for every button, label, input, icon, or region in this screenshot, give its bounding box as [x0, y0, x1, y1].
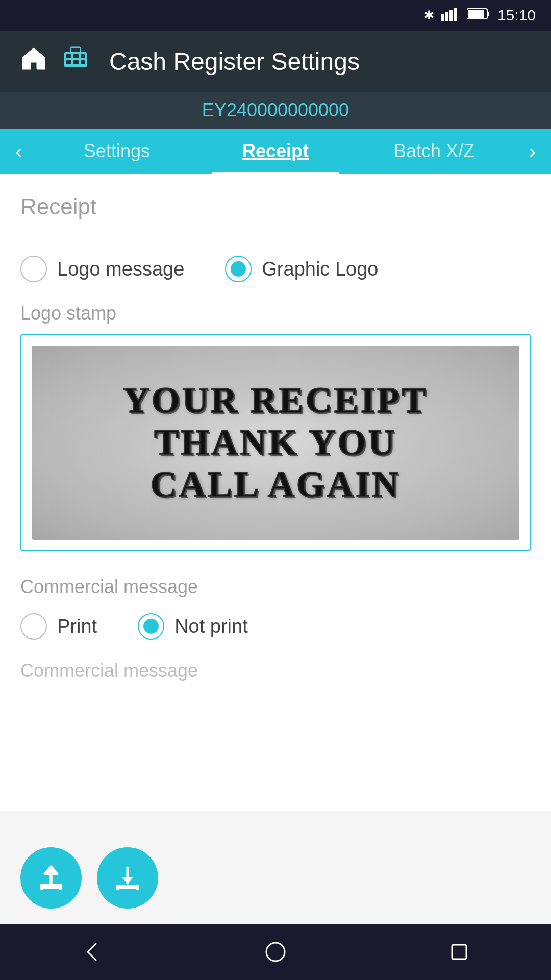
- battery-icon: [467, 8, 490, 23]
- stamp-image: YOUR RECEIPT THANK YOU CALL AGAIN: [32, 346, 519, 540]
- print-option[interactable]: Print: [20, 613, 97, 640]
- home-nav-button[interactable]: [255, 932, 296, 972]
- print-radio[interactable]: [20, 613, 47, 640]
- svg-rect-6: [468, 10, 484, 18]
- header: Cash Register Settings: [0, 31, 551, 92]
- svg-rect-8: [66, 54, 71, 58]
- commercial-message-label: Commercial message: [20, 576, 531, 598]
- register-icon: [62, 45, 89, 78]
- logo-message-option[interactable]: Logo message: [20, 256, 184, 282]
- download-button[interactable]: [97, 847, 158, 909]
- svg-rect-0: [441, 14, 444, 21]
- stamp-line-2: THANK YOU: [154, 422, 396, 464]
- commercial-message-underline: [20, 688, 531, 688]
- svg-rect-13: [81, 60, 85, 64]
- header-title: Cash Register Settings: [109, 47, 360, 76]
- device-id: EY240000000000: [202, 100, 349, 121]
- recent-apps-button[interactable]: [439, 932, 480, 972]
- print-label: Print: [57, 616, 97, 638]
- svg-rect-5: [487, 12, 489, 16]
- download-icon: [112, 863, 143, 893]
- not-print-radio-inner: [143, 619, 159, 634]
- stamp-graphic: YOUR RECEIPT THANK YOU CALL AGAIN: [32, 346, 519, 540]
- svg-rect-10: [81, 54, 85, 58]
- graphic-logo-radio-inner: [231, 261, 246, 277]
- bottom-nav: [0, 924, 551, 980]
- graphic-logo-label: Graphic Logo: [262, 258, 378, 280]
- logo-stamp-label: Logo stamp: [20, 303, 531, 324]
- svg-rect-2: [449, 10, 453, 21]
- commercial-radio-group: Print Not print: [20, 613, 531, 640]
- section-title: Receipt: [20, 194, 531, 219]
- home-icon[interactable]: [20, 45, 47, 78]
- tab-next-arrow[interactable]: ›: [514, 140, 551, 163]
- svg-rect-11: [66, 60, 71, 64]
- back-button[interactable]: [71, 932, 112, 972]
- svg-rect-15: [71, 48, 80, 52]
- svg-rect-20: [116, 885, 119, 890]
- not-print-label: Not print: [174, 616, 248, 638]
- svg-rect-12: [73, 60, 79, 64]
- graphic-logo-radio[interactable]: [225, 256, 252, 282]
- upload-button[interactable]: [20, 847, 82, 909]
- commercial-message-placeholder: Commercial message: [20, 660, 531, 688]
- logo-message-label: Logo message: [57, 258, 184, 280]
- bluetooth-icon: ✱: [424, 8, 434, 22]
- signal-icon: [441, 7, 460, 24]
- tab-items: Settings Receipt Batch X/Z: [37, 129, 513, 174]
- tab-bar: ‹ Settings Receipt Batch X/Z ›: [0, 129, 551, 174]
- graphic-logo-option[interactable]: Graphic Logo: [225, 256, 378, 282]
- svg-rect-23: [452, 945, 466, 959]
- status-icons: ✱ 15:10: [424, 7, 536, 24]
- upload-icon: [36, 863, 66, 893]
- section-divider: [20, 230, 531, 230]
- svg-rect-1: [445, 12, 448, 21]
- svg-point-22: [266, 943, 285, 961]
- not-print-radio[interactable]: [138, 613, 164, 640]
- status-time: 15:10: [497, 7, 536, 24]
- commercial-message-input-area[interactable]: Commercial message: [20, 660, 531, 688]
- svg-rect-3: [454, 8, 457, 21]
- svg-rect-21: [136, 885, 139, 890]
- not-print-option[interactable]: Not print: [138, 613, 248, 640]
- tab-prev-arrow[interactable]: ‹: [0, 140, 37, 163]
- tab-batch-xz[interactable]: Batch X/Z: [355, 129, 514, 174]
- bottom-buttons: [0, 837, 179, 919]
- device-id-bar: EY240000000000: [0, 92, 551, 129]
- stamp-line-3: CALL AGAIN: [151, 463, 400, 506]
- tab-settings[interactable]: Settings: [37, 129, 196, 174]
- stamp-line-1: YOUR RECEIPT: [123, 379, 428, 422]
- logo-stamp-box[interactable]: YOUR RECEIPT THANK YOU CALL AGAIN: [20, 334, 531, 551]
- logo-message-radio[interactable]: [20, 256, 47, 282]
- logo-type-radio-group: Logo message Graphic Logo: [20, 256, 531, 282]
- tab-receipt[interactable]: Receipt: [196, 129, 355, 174]
- status-bar: ✱ 15:10: [0, 0, 551, 31]
- svg-rect-9: [73, 54, 79, 58]
- content-area: Receipt Logo message Graphic Logo Logo s…: [0, 174, 551, 811]
